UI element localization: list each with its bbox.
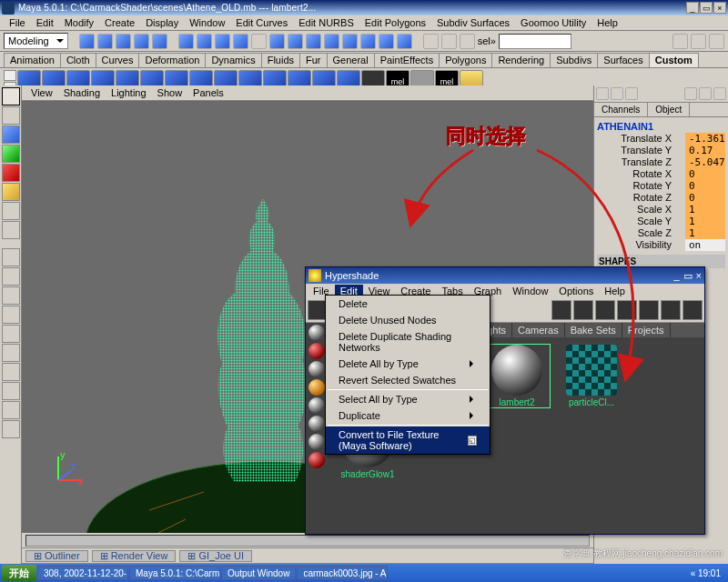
layout-icon[interactable]: [2, 248, 20, 266]
status-gi-joe-ui[interactable]: ⊞ GI_Joe UI: [179, 550, 252, 562]
menu-item-delete-all-by-type[interactable]: Delete All by Type: [326, 356, 490, 372]
menu-item-delete-duplicate-shading-networks[interactable]: Delete Duplicate Shading Networks: [326, 328, 490, 356]
hypershade-titlebar[interactable]: Hypershade _ ▭ ×: [306, 267, 704, 284]
shelf-tab-polygons[interactable]: Polygons: [439, 53, 492, 67]
tool-icon[interactable]: [324, 34, 339, 49]
layout-icon[interactable]: [2, 306, 20, 324]
menu-edit-curves[interactable]: Edit Curves: [230, 16, 293, 29]
hs-menu-window[interactable]: Window: [507, 285, 553, 297]
tool-icon[interactable]: [423, 34, 439, 49]
move-tool[interactable]: [2, 125, 20, 144]
taskbar-item[interactable]: 308, 2002-11-12-20-...: [37, 566, 128, 580]
layout-icon[interactable]: [2, 401, 20, 419]
hs-tool-icon[interactable]: [595, 300, 615, 320]
menu-file[interactable]: File: [4, 16, 31, 29]
tool-icon[interactable]: [134, 34, 149, 49]
tool-icon[interactable]: [397, 34, 412, 49]
maximize-button[interactable]: ▭: [700, 2, 713, 14]
tool-icon[interactable]: [672, 34, 688, 49]
vp-menu-show[interactable]: Show: [152, 86, 188, 99]
tool-icon[interactable]: [709, 34, 724, 49]
manip-tool[interactable]: [2, 183, 20, 201]
hs-tool-icon[interactable]: [617, 300, 637, 320]
tool-icon[interactable]: [691, 34, 706, 49]
timeslider[interactable]: [22, 533, 593, 548]
taskbar-item[interactable]: carmack0003.jpg - A...: [297, 566, 388, 580]
tool-icon[interactable]: [79, 34, 95, 49]
cb-icon[interactable]: [611, 87, 623, 100]
channel-row[interactable]: Scale X1: [597, 204, 725, 216]
shelf-tab-fluids[interactable]: Fluids: [261, 53, 300, 67]
taskbar-item[interactable]: Maya 5.0.1: C:\Carm...: [129, 566, 220, 580]
menu-goomoo-utility[interactable]: Goomoo Utility: [515, 16, 592, 29]
shelf-tab-cloth[interactable]: Cloth: [60, 53, 96, 67]
swatch-particleCl...[interactable]: particleCl...: [559, 345, 624, 407]
lasso-tool[interactable]: [2, 106, 20, 125]
channel-row[interactable]: Translate X-1.361: [597, 133, 725, 145]
hs-shader-swatch[interactable]: [308, 452, 325, 468]
shelf-tab-surfaces[interactable]: Surfaces: [597, 53, 649, 67]
shelf-tab-dynamics[interactable]: Dynamics: [205, 53, 261, 67]
tool-icon[interactable]: [379, 34, 394, 49]
shelf-tab-rendering[interactable]: Rendering: [491, 53, 551, 67]
layout-icon[interactable]: [2, 382, 20, 400]
hs-tool-icon[interactable]: [639, 300, 659, 320]
tool-icon[interactable]: [306, 34, 321, 49]
hs-tool-icon[interactable]: [682, 300, 703, 320]
hs-tab-cameras[interactable]: Cameras: [512, 323, 565, 337]
tool-icon[interactable]: [269, 34, 285, 49]
shelf-tab-painteffects[interactable]: PaintEffects: [374, 53, 440, 67]
shelf-edit-icon[interactable]: [4, 70, 16, 81]
shelf-tab-subdivs[interactable]: Subdivs: [550, 53, 598, 67]
hs-close-button[interactable]: ×: [696, 270, 702, 281]
shelf-tab-deformation[interactable]: Deformation: [138, 53, 206, 67]
tool-icon[interactable]: [2, 221, 20, 239]
layout-icon[interactable]: [2, 325, 20, 343]
channel-row[interactable]: Translate Z-5.047: [597, 156, 725, 168]
menu-modify[interactable]: Modify: [59, 16, 99, 29]
layout-icon[interactable]: [2, 363, 20, 381]
layout-icon[interactable]: [2, 286, 20, 305]
hs-shader-swatch[interactable]: [308, 434, 325, 450]
shelf-tab-custom[interactable]: Custom: [649, 53, 699, 67]
vp-menu-panels[interactable]: Panels: [187, 86, 229, 99]
tool-icon[interactable]: [97, 34, 113, 49]
status-outliner[interactable]: ⊞ Outliner: [25, 550, 88, 562]
hs-menu-help[interactable]: Help: [599, 285, 631, 297]
menu-item-convert-to-file-texture-maya-software[interactable]: Convert to File Texture (Maya Software)◱: [326, 426, 490, 454]
menu-display[interactable]: Display: [140, 16, 184, 29]
tool-icon[interactable]: [215, 34, 230, 49]
layout-icon[interactable]: [2, 420, 20, 438]
tool-icon[interactable]: [460, 34, 475, 49]
hs-tool-icon[interactable]: [661, 300, 681, 320]
hs-tab-projects[interactable]: Projects: [622, 323, 671, 337]
cb-icon[interactable]: [699, 87, 712, 100]
option-box-icon[interactable]: ◱: [468, 436, 477, 446]
start-button[interactable]: 开始: [2, 565, 36, 581]
menu-item-select-all-by-type[interactable]: Select All by Type: [326, 391, 490, 407]
tool-icon[interactable]: [116, 34, 131, 49]
channel-row[interactable]: Translate Y0.17: [597, 145, 725, 156]
menu-edit[interactable]: Edit: [31, 16, 59, 29]
status-render-view[interactable]: ⊞ Render View: [92, 550, 177, 562]
hs-shader-swatch[interactable]: [308, 361, 325, 377]
scale-tool[interactable]: [2, 164, 20, 182]
channel-row[interactable]: Visibilityon: [597, 239, 725, 251]
menu-item-duplicate[interactable]: Duplicate: [326, 407, 490, 424]
menu-item-delete-unused-nodes[interactable]: Delete Unused Nodes: [326, 312, 490, 328]
channel-row[interactable]: Scale Z1: [597, 227, 725, 239]
channel-tab-object[interactable]: Object: [648, 103, 690, 116]
hs-tab-bake-sets[interactable]: Bake Sets: [565, 323, 622, 337]
hs-tool-icon[interactable]: [551, 300, 571, 320]
hs-menu-options[interactable]: Options: [553, 285, 599, 297]
tool-icon[interactable]: [152, 34, 167, 49]
channel-row[interactable]: Rotate Y0: [597, 180, 725, 192]
minimize-button[interactable]: _: [686, 2, 699, 14]
menu-help[interactable]: Help: [592, 16, 623, 29]
hs-shader-swatch[interactable]: [308, 343, 325, 359]
hs-shader-swatch[interactable]: [308, 379, 325, 396]
shelf-tab-animation[interactable]: Animation: [4, 53, 61, 67]
tool-icon[interactable]: [178, 34, 194, 49]
hs-shader-swatch[interactable]: [308, 416, 325, 432]
tool-icon[interactable]: [233, 34, 248, 49]
